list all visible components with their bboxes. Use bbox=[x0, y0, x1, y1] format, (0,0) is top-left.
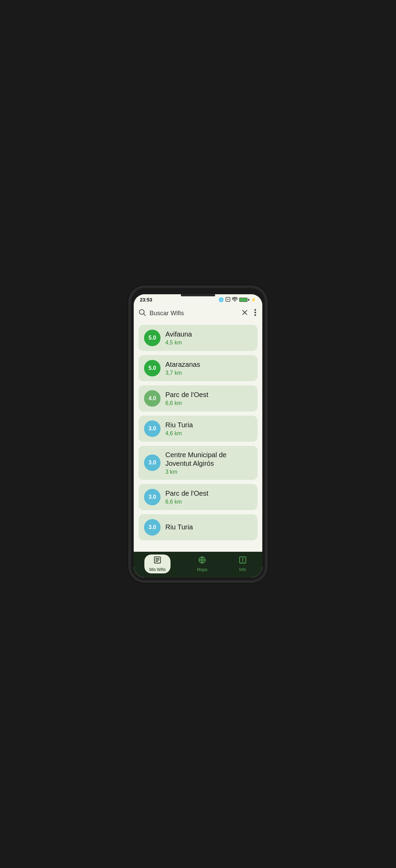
wifi-card-7[interactable]: 3.0 Riu Turia bbox=[139, 514, 257, 540]
svg-point-7 bbox=[254, 311, 256, 313]
wifi-info-4: Riu Turia 4,6 km bbox=[165, 421, 193, 437]
nav-label-info: Info bbox=[239, 567, 246, 572]
wifi-info-7: Riu Turia bbox=[165, 523, 193, 531]
bottom-nav: Mis Wifis Mapa bbox=[134, 552, 262, 578]
wifi-distance-3: 6,6 km bbox=[165, 400, 208, 406]
score-badge-1: 5.0 bbox=[144, 330, 161, 346]
wifi-info-3: Parc de l'Oest 6,6 km bbox=[165, 391, 208, 406]
search-input[interactable] bbox=[150, 310, 236, 317]
search-more-button[interactable] bbox=[253, 308, 257, 319]
search-clear-button[interactable] bbox=[240, 308, 250, 319]
wifi-card-5[interactable]: 3.0 Centre Municipal de Joventut Algirós… bbox=[139, 446, 257, 480]
search-icon bbox=[139, 309, 146, 318]
svg-rect-14 bbox=[240, 557, 246, 563]
nav-label-mapa: Mapa bbox=[197, 567, 207, 572]
mapa-icon bbox=[198, 556, 206, 566]
wifi-list: 5.0 Avifauna 4,5 km 5.0 Atarazanas 3,7 k… bbox=[134, 323, 262, 552]
wifi-card-1[interactable]: 5.0 Avifauna 4,5 km bbox=[139, 325, 257, 351]
score-badge-6: 3.0 bbox=[144, 489, 161, 505]
wifi-name-7: Riu Turia bbox=[165, 523, 193, 531]
score-badge-2: 5.0 bbox=[144, 360, 161, 376]
wifi-name-4: Riu Turia bbox=[165, 421, 193, 429]
score-badge-4: 3.0 bbox=[144, 420, 161, 437]
wifi-info-5: Centre Municipal de Joventut Algirós 3 k… bbox=[165, 451, 252, 475]
wifi-name-1: Avifauna bbox=[165, 330, 192, 339]
score-badge-7: 3.0 bbox=[144, 519, 161, 536]
wifi-info-6: Parc de l'Oest 6,6 km bbox=[165, 489, 208, 505]
wifi-info-1: Avifauna 4,5 km bbox=[165, 330, 192, 346]
nav-item-mapa[interactable]: Mapa bbox=[192, 554, 212, 573]
wifi-name-3: Parc de l'Oest bbox=[165, 391, 208, 399]
svg-point-15 bbox=[242, 559, 243, 559]
nav-item-info[interactable]: Info bbox=[234, 554, 252, 573]
phone-screen: 23:53 🌐 ⚡ bbox=[134, 294, 262, 578]
svg-line-3 bbox=[144, 314, 145, 316]
wifi-name-5: Centre Municipal de Joventut Algirós bbox=[165, 451, 252, 468]
wifi-card-2[interactable]: 5.0 Atarazanas 3,7 km bbox=[139, 355, 257, 381]
wifi-name-2: Atarazanas bbox=[165, 360, 200, 369]
info-icon bbox=[239, 556, 247, 566]
mis-wifis-icon bbox=[153, 556, 162, 566]
wifi-card-3[interactable]: 4.0 Parc de l'Oest 6,6 km bbox=[139, 385, 257, 411]
wifi-card-6[interactable]: 3.0 Parc de l'Oest 6,6 km bbox=[139, 484, 257, 510]
wifi-info-2: Atarazanas 3,7 km bbox=[165, 360, 200, 376]
nav-label-mis-wifis: Mis Wifis bbox=[149, 567, 166, 572]
wifi-distance-6: 6,6 km bbox=[165, 499, 208, 505]
battery-icon bbox=[239, 298, 249, 302]
wifi-distance-4: 4,6 km bbox=[165, 430, 193, 437]
svg-point-8 bbox=[254, 314, 256, 316]
status-icons: 🌐 ⚡ bbox=[219, 297, 256, 303]
globe-icon: 🌐 bbox=[219, 297, 224, 302]
wifi-distance-2: 3,7 km bbox=[165, 370, 200, 376]
notch bbox=[181, 294, 215, 296]
score-badge-5: 3.0 bbox=[144, 454, 161, 471]
wifi-name-6: Parc de l'Oest bbox=[165, 489, 208, 498]
wifi-distance-5: 3 km bbox=[165, 469, 252, 475]
wifi-distance-1: 4,5 km bbox=[165, 340, 192, 346]
svg-point-6 bbox=[254, 309, 256, 311]
wifi-card-4[interactable]: 3.0 Riu Turia 4,6 km bbox=[139, 416, 257, 442]
phone-frame: 23:53 🌐 ⚡ bbox=[131, 288, 265, 580]
sim-icon bbox=[226, 297, 230, 303]
lightning-icon: ⚡ bbox=[251, 297, 256, 302]
wifi-icon bbox=[232, 297, 238, 303]
nav-item-mis-wifis[interactable]: Mis Wifis bbox=[144, 554, 170, 573]
status-time: 23:53 bbox=[140, 297, 152, 303]
score-badge-3: 4.0 bbox=[144, 390, 161, 407]
search-bar bbox=[134, 304, 262, 323]
